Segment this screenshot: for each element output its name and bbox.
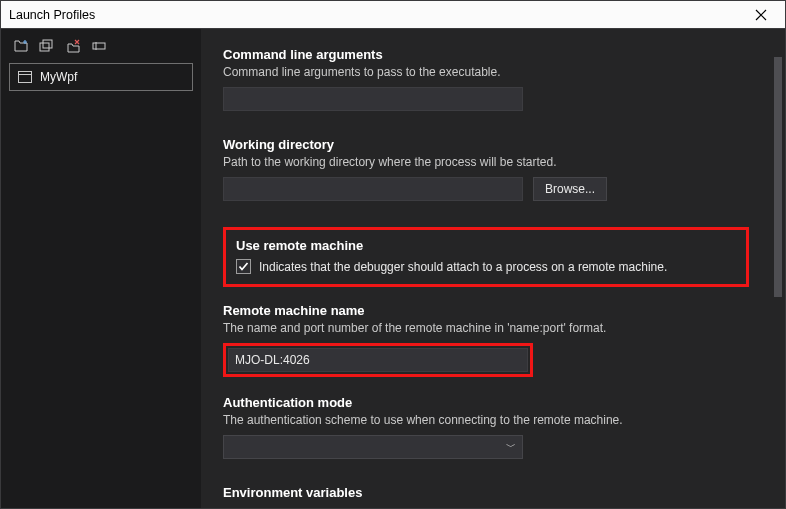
section-command-line-args: Command line arguments Command line argu… bbox=[223, 47, 749, 111]
auth-title: Authentication mode bbox=[223, 395, 749, 410]
section-environment-variables: Environment variables bbox=[223, 485, 749, 500]
browse-button[interactable]: Browse... bbox=[533, 177, 607, 201]
remote-desc: Indicates that the debugger should attac… bbox=[259, 260, 667, 274]
scrollbar[interactable] bbox=[774, 47, 782, 367]
remote-machine-name-highlight bbox=[223, 343, 533, 377]
section-remote-machine-name: Remote machine name The name and port nu… bbox=[223, 303, 749, 377]
duplicate-profile-button[interactable] bbox=[39, 39, 55, 53]
delete-icon bbox=[65, 39, 81, 53]
svg-rect-1 bbox=[43, 40, 52, 48]
cmdargs-desc: Command line arguments to pass to the ex… bbox=[223, 65, 749, 79]
launch-profiles-dialog: Launch Profiles bbox=[0, 0, 786, 509]
dialog-body: MyWpf Command line arguments Command lin… bbox=[1, 29, 785, 508]
close-button[interactable] bbox=[743, 1, 779, 28]
remotename-desc: The name and port number of the remote m… bbox=[223, 321, 749, 335]
rename-icon bbox=[91, 39, 107, 53]
chevron-down-icon: ﹀ bbox=[506, 440, 516, 454]
app-icon bbox=[18, 71, 32, 83]
close-icon bbox=[755, 9, 767, 21]
section-authentication-mode: Authentication mode The authentication s… bbox=[223, 395, 749, 459]
section-working-directory: Working directory Path to the working di… bbox=[223, 137, 749, 201]
delete-profile-button[interactable] bbox=[65, 39, 81, 53]
use-remote-machine-highlight: Use remote machine Indicates that the de… bbox=[223, 227, 749, 287]
working-directory-input[interactable] bbox=[223, 177, 523, 201]
sidebar: MyWpf bbox=[1, 29, 201, 508]
remote-machine-name-input[interactable] bbox=[228, 348, 528, 372]
new-profile-button[interactable] bbox=[13, 39, 29, 53]
auth-desc: The authentication scheme to use when co… bbox=[223, 413, 749, 427]
window-title: Launch Profiles bbox=[9, 8, 743, 22]
scrollbar-thumb[interactable] bbox=[774, 57, 782, 297]
settings-scroll: Command line arguments Command line argu… bbox=[201, 29, 771, 508]
command-line-arguments-input[interactable] bbox=[223, 87, 523, 111]
checkmark-icon bbox=[238, 261, 249, 272]
remotename-title: Remote machine name bbox=[223, 303, 749, 318]
profile-item-label: MyWpf bbox=[40, 70, 77, 84]
svg-rect-3 bbox=[19, 72, 32, 83]
profile-item-mywpf[interactable]: MyWpf bbox=[9, 63, 193, 91]
svg-rect-2 bbox=[93, 43, 105, 49]
sidebar-toolbar bbox=[9, 37, 193, 55]
workdir-desc: Path to the working directory where the … bbox=[223, 155, 749, 169]
remote-title: Use remote machine bbox=[236, 238, 736, 253]
authentication-mode-select[interactable]: ﹀ bbox=[223, 435, 523, 459]
duplicate-icon bbox=[39, 39, 55, 53]
cmdargs-title: Command line arguments bbox=[223, 47, 749, 62]
envvars-title: Environment variables bbox=[223, 485, 749, 500]
use-remote-machine-checkbox[interactable] bbox=[236, 259, 251, 274]
new-profile-icon bbox=[13, 39, 29, 53]
workdir-title: Working directory bbox=[223, 137, 749, 152]
svg-rect-0 bbox=[40, 43, 49, 51]
titlebar: Launch Profiles bbox=[1, 1, 785, 29]
rename-profile-button[interactable] bbox=[91, 39, 107, 53]
settings-panel: Command line arguments Command line argu… bbox=[201, 29, 785, 508]
